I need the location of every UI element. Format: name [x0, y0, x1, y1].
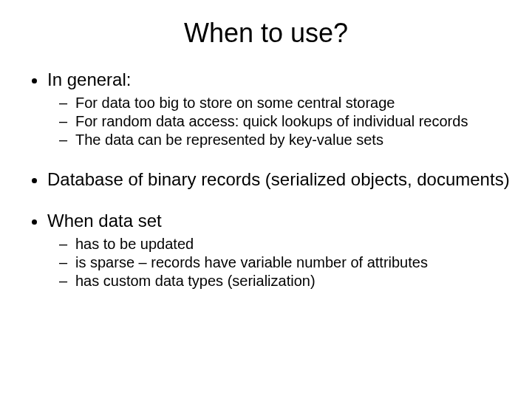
slide: When to use? In general: For data too bi…	[0, 0, 532, 399]
bullet-label: When data set	[47, 211, 162, 231]
sub-list-item: The data can be represented by key-value…	[75, 132, 510, 149]
sub-list: has to be updated is sparse – records ha…	[47, 236, 510, 290]
list-item: In general: For data too big to store on…	[47, 69, 510, 149]
sub-list-item: has to be updated	[75, 236, 510, 253]
list-item: When data set has to be updated is spars…	[47, 211, 510, 290]
list-item: Database of binary records (serialized o…	[47, 169, 510, 190]
sub-list-item: For random data access: quick lookups of…	[75, 113, 510, 130]
bullet-label: Database of binary records (serialized o…	[47, 169, 510, 189]
bullet-list: When data set has to be updated is spars…	[22, 211, 510, 290]
spacer	[22, 154, 510, 169]
bullet-label: In general:	[47, 69, 131, 89]
spacer	[22, 196, 510, 211]
slide-title: When to use?	[22, 18, 510, 49]
sub-list-item: is sparse – records have variable number…	[75, 254, 510, 271]
sub-list-item: For data too big to store on some centra…	[75, 95, 510, 112]
sub-list: For data too big to store on some centra…	[47, 95, 510, 149]
bullet-list: Database of binary records (serialized o…	[22, 169, 510, 190]
sub-list-item: has custom data types (serialization)	[75, 273, 510, 290]
bullet-list: In general: For data too big to store on…	[22, 69, 510, 149]
